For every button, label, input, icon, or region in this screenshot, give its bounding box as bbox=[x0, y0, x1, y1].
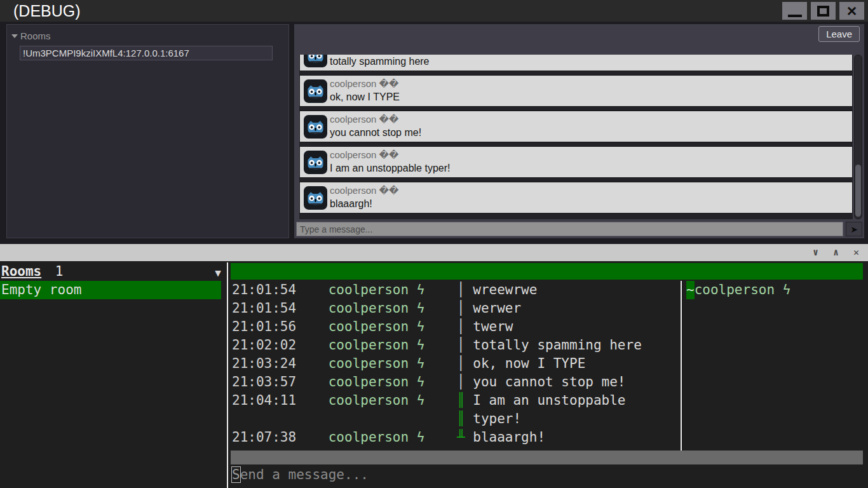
message-row: coolperson �� totally spamming here bbox=[299, 55, 853, 71]
room-id-item[interactable]: !Um3PCMPI9kziIXMfL4:127.0.0.1:6167 bbox=[20, 46, 273, 60]
rooms-tree-label: Rooms bbox=[20, 30, 51, 41]
log-line: 21:03:24coolperson ϟ│ok, now I TYPE bbox=[232, 355, 642, 373]
log-timestamp: 21:02:02 bbox=[232, 336, 329, 355]
log-message-text: wreewrwe bbox=[473, 282, 537, 297]
window-title: (DEBUG) bbox=[0, 2, 81, 20]
room-list-divider bbox=[227, 262, 228, 488]
maximize-icon bbox=[817, 6, 829, 17]
debug-window: (DEBUG) ✕ Rooms !Um3PCMPI9kziIXMfL4:127.… bbox=[0, 0, 868, 244]
godot-avatar-icon bbox=[304, 115, 327, 139]
input-placeholder-rest: end a message... bbox=[240, 467, 369, 482]
log-username: coolperson ϟ bbox=[329, 373, 457, 391]
input-cursor: S bbox=[232, 467, 240, 482]
log-timestamp: 21:03:57 bbox=[232, 373, 329, 391]
log-line: 21:03:57coolperson ϟ│you cannot stop me! bbox=[232, 373, 642, 391]
log-separator: │ bbox=[457, 318, 473, 336]
log-separator: ║ bbox=[457, 410, 473, 428]
log-message-text: ok, now I TYPE bbox=[473, 356, 585, 371]
log-separator: ║ bbox=[457, 391, 473, 410]
message-username: coolperson �� bbox=[330, 114, 398, 125]
log-separator: │ bbox=[457, 299, 473, 318]
message-text: blaaargh! bbox=[330, 198, 372, 210]
log-message-text: totally spamming here bbox=[473, 337, 642, 353]
log-separator: │ bbox=[457, 336, 473, 355]
minimize-button[interactable] bbox=[782, 2, 807, 20]
chat-focus-bar bbox=[231, 263, 863, 280]
log-username: coolperson ϟ bbox=[329, 391, 457, 410]
log-line: 21:01:54coolperson ϟ│wreewrwe bbox=[232, 281, 642, 299]
member-power-sigil: ~ bbox=[686, 281, 695, 299]
log-username: coolperson ϟ bbox=[329, 281, 457, 299]
log-timestamp: 21:07:38 bbox=[232, 428, 329, 447]
chat-scrollbar[interactable] bbox=[854, 55, 862, 219]
message-list: coolperson �� totally spamming here bbox=[299, 55, 853, 219]
log-username: coolperson ϟ bbox=[329, 318, 457, 336]
rooms-list-header[interactable]: Rooms1 ▼ bbox=[1, 262, 226, 281]
godot-avatar-icon bbox=[304, 186, 327, 210]
godot-avatar-icon bbox=[304, 55, 327, 67]
message-text: ok, now I TYPE bbox=[330, 92, 400, 103]
log-username: coolperson ϟ bbox=[329, 428, 457, 447]
terminal-message-input[interactable]: Send a message... bbox=[232, 466, 369, 484]
leave-button[interactable]: Leave bbox=[818, 26, 860, 42]
message-text: I am an unstoppable typer! bbox=[330, 163, 450, 174]
log-message-text: typer! bbox=[473, 411, 521, 426]
rooms-header-label: Rooms bbox=[1, 264, 41, 279]
tui-chat-client: Rooms1 ▼ Empty room 21:01:54coolperson ϟ… bbox=[0, 261, 868, 488]
message-username: coolperson �� bbox=[330, 149, 398, 161]
log-line: 21:07:38coolperson ϟ╨blaaargh! bbox=[232, 428, 642, 447]
panel-close-icon[interactable]: ✕ bbox=[853, 248, 859, 257]
chat-panel: Leave coolperson �� totally bbox=[294, 24, 864, 238]
panel-shrink-icon[interactable]: ∨ bbox=[813, 248, 818, 257]
maximize-button[interactable] bbox=[811, 2, 836, 20]
log-separator: ╨ bbox=[457, 428, 473, 447]
message-username: coolperson �� bbox=[330, 185, 398, 196]
selected-room-item[interactable]: Empty room bbox=[0, 281, 221, 299]
log-message-text: I am an unstoppable bbox=[473, 393, 625, 408]
log-username: coolperson ϟ bbox=[329, 336, 457, 355]
message-username: coolperson �� bbox=[330, 78, 398, 90]
panel-grow-icon[interactable]: ∧ bbox=[833, 248, 839, 257]
send-button[interactable]: ➤ bbox=[846, 222, 862, 236]
log-message-text: you cannot stop me! bbox=[473, 374, 625, 390]
window-titlebar: (DEBUG) ✕ bbox=[0, 0, 868, 22]
log-separator: │ bbox=[457, 281, 473, 299]
rooms-dropdown-icon[interactable]: ▼ bbox=[215, 264, 221, 282]
log-username: coolperson ϟ bbox=[329, 355, 457, 373]
send-icon: ➤ bbox=[850, 224, 858, 234]
message-row: coolperson �� you cannot stop me! bbox=[299, 111, 853, 142]
log-line: ║typer! bbox=[232, 410, 642, 428]
close-button[interactable]: ✕ bbox=[839, 2, 864, 20]
log-message-text: twerw bbox=[473, 319, 513, 334]
window-controls: ✕ bbox=[782, 2, 868, 20]
message-scrollbar-bar[interactable] bbox=[231, 451, 863, 464]
member-list: ~coolperson ϟ bbox=[686, 281, 790, 299]
tree-collapse-icon[interactable] bbox=[11, 34, 18, 38]
log-message-text: werwer bbox=[473, 301, 521, 316]
log-timestamp: 21:01:54 bbox=[232, 281, 329, 299]
log-separator: │ bbox=[457, 355, 473, 373]
log-line: 21:02:02coolperson ϟ│totally spamming he… bbox=[232, 336, 642, 355]
log-line: 21:01:56coolperson ϟ│twerw bbox=[232, 318, 642, 336]
rooms-header-count: 1 bbox=[55, 264, 64, 279]
terminal-panel: ∨ ∧ ✕ Rooms1 ▼ Empty room 21:01:54coolpe… bbox=[0, 244, 868, 488]
message-input[interactable] bbox=[296, 222, 843, 236]
member-item: ~coolperson ϟ bbox=[686, 281, 790, 299]
close-icon: ✕ bbox=[846, 4, 858, 18]
log-timestamp: 21:03:24 bbox=[232, 355, 329, 373]
log-username: coolperson ϟ bbox=[329, 299, 457, 318]
log-line: 21:01:54coolperson ϟ│werwer bbox=[232, 299, 642, 318]
godot-avatar-icon bbox=[304, 151, 327, 174]
message-text: you cannot stop me! bbox=[330, 127, 421, 139]
chat-scrollbar-thumb[interactable] bbox=[855, 165, 861, 217]
member-name: coolperson ϟ bbox=[695, 282, 791, 297]
log-timestamp: 21:04:11 bbox=[232, 391, 329, 410]
minimize-icon bbox=[788, 15, 802, 17]
message-row: coolperson �� blaaargh! bbox=[299, 182, 853, 214]
member-list-divider bbox=[681, 281, 682, 451]
message-row: coolperson �� I am an unstoppable typer! bbox=[299, 146, 853, 178]
rooms-tree-item[interactable]: Rooms bbox=[7, 25, 288, 41]
chat-log: 21:01:54coolperson ϟ│wreewrwe 21:01:54co… bbox=[232, 281, 642, 447]
log-separator: │ bbox=[457, 373, 473, 391]
message-text: totally spamming here bbox=[330, 56, 430, 67]
